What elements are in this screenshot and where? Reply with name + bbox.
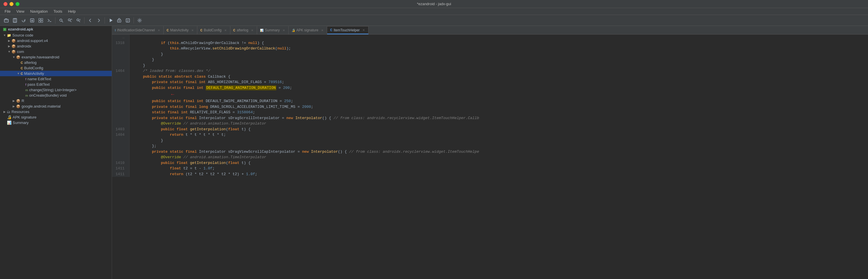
sidebar-item-android-support[interactable]: ▶ 📦 android.support.v4 [0,38,112,44]
tree-label: com [17,50,24,54]
sidebar-apk-header[interactable]: ▣ ezandroid.apk [0,26,112,32]
table-row: private static final long DRAG_SCROLL_AC… [112,104,868,110]
sidebar-item-resources[interactable]: ▶ 🗂 Resources [0,109,112,114]
line-code [129,34,868,40]
log-button[interactable] [124,17,132,24]
window-title: *ezandroid - jadx-gui [417,2,451,6]
sidebar-item-name-field[interactable]: ▶ f name EditText [0,76,112,82]
maximize-button[interactable] [16,2,20,6]
tab-close-apksig[interactable]: ✕ [320,28,324,32]
package-icon: 📦 [11,50,16,54]
run-button[interactable] [106,17,115,24]
deobf-button[interactable] [115,17,123,24]
tab-close-afterlog[interactable]: ✕ [250,28,254,32]
line-number [112,74,129,80]
decompile-button[interactable] [45,17,54,24]
menu-help[interactable]: Help [66,9,78,14]
open-button[interactable] [2,17,10,24]
line-code: float t2 = t - 1.0f; [129,166,868,171]
tab-label: MainActivity [170,28,188,32]
tab-itemtouchhelper[interactable]: C ItemTouchHelper ✕ [327,26,369,34]
table-row: 1411 float t2 = t - 1.0f; [112,166,868,171]
line-number: 1318 [112,40,129,46]
tab-inotification[interactable]: I INotificationSideChannel ✕ [112,26,164,34]
table-row: } [112,57,868,63]
sidebar-item-com[interactable]: ▼ 📦 com [0,49,112,54]
line-number: 1404 [112,132,129,138]
tab-close-summary[interactable]: ✕ [282,28,285,32]
tab-label: ItemTouchHelper [334,28,360,32]
sidebar-item-oncreate-method[interactable]: ▶ m onCreate(Bundle) void [0,93,112,98]
search-button[interactable] [57,17,65,24]
sidebar-item-mainactivity[interactable]: ▼ C MainActivity [0,71,112,76]
sidebar-item-androidx[interactable]: ▶ 📦 androidx [0,44,112,49]
menu-navigation[interactable]: Navigation [28,9,50,14]
minimize-button[interactable] [9,2,13,6]
tab-close-itemtouchhelper[interactable]: ✕ [362,28,365,32]
close-button[interactable] [3,2,7,6]
sidebar-item-pass-field[interactable]: ▶ f pass EditText [0,82,112,87]
menu-tools[interactable]: Tools [51,9,64,14]
settings-button[interactable] [135,17,144,24]
line-code: static final int RELATIVE_DIR_FLAGS = 31… [129,110,868,115]
line-number [112,155,129,160]
tab-afterlog[interactable]: C afterlog ✕ [230,26,257,34]
line-number [112,99,129,104]
svg-line-11 [62,21,63,22]
line-code: private static final Interpolator sDragV… [129,149,868,155]
line-number [112,85,129,99]
tab-summary[interactable]: 📊 Summary ✕ [257,26,288,34]
nav-back-button[interactable] [86,17,94,24]
line-number: 1403 [112,127,129,132]
toolbar-separator-4 [133,17,134,24]
line-number [112,52,129,57]
sidebar-item-example-have[interactable]: ▼ 📦 example.haveaandroid [0,54,112,60]
refresh-button[interactable] [20,17,28,24]
sidebar-item-R[interactable]: ▶ 📦 R [0,98,112,104]
tab-buildconfig[interactable]: C BuildConfig ✕ [197,26,230,34]
sidebar-item-change-method[interactable]: ▶ m change(String) List<Integer> [0,87,112,93]
tab-mainactivity[interactable]: C MainActivity ✕ [164,26,197,34]
line-number: 1411 [112,166,129,171]
sidebar-item-buildconfig[interactable]: ▶ C BuildConfig [0,65,112,71]
code-table: … 1318 if (this.mChildDrawingOrderCallba… [112,34,868,177]
tab-close-inotification[interactable]: ✕ [157,28,161,32]
tab-apksig[interactable]: 🔏 APK signature ✕ [289,26,328,34]
class-icon: C [21,61,23,64]
resources-icon: 🗂 [7,110,10,114]
sidebar-item-apk-sig[interactable]: ▶ 🔏 APK signature [0,114,112,120]
svg-point-12 [68,19,70,21]
package-icon: 📦 [11,44,16,48]
tree-label: afterlog [24,60,36,65]
menu-file[interactable]: File [2,9,13,14]
tab-close-buildconfig[interactable]: ✕ [224,28,227,32]
sidebar-item-afterlog[interactable]: ▶ C afterlog [0,60,112,65]
sidebar-item-summary[interactable]: ▶ 📊 Summary [0,120,112,125]
save-button[interactable] [11,17,19,24]
export-button[interactable] [28,17,36,24]
search-smart-button[interactable]: S [74,17,83,24]
expand-arrow: ▼ [2,34,7,37]
tree-label: R [22,99,24,103]
line-code: this.mRecyclerView.setChildDrawingOrderC… [129,46,868,52]
table-row: 1403 public float getInterpolation(float… [112,127,868,132]
line-code: } [129,138,868,143]
sidebar-item-source-code[interactable]: ▼ 📁 Source code [0,32,112,38]
expand-arrow: ▼ [16,72,21,75]
line-number: 1464 [112,68,129,74]
sidebar-item-google-material[interactable]: ▶ 📦 google.android.material [0,104,112,109]
line-number [112,57,129,63]
tree-label: Summary [13,120,29,125]
apk-label: ezandroid.apk [8,27,33,31]
svg-rect-2 [14,19,16,20]
code-content[interactable]: … 1318 if (this.mChildDrawingOrderCallba… [112,34,868,279]
nav-forward-button[interactable] [95,17,103,24]
export2-button[interactable] [37,17,45,24]
tab-icon: 📊 [260,29,264,32]
table-row: public static final int DEFAULT_SWIPE_AN… [112,99,868,104]
tab-close-mainactivity[interactable]: ✕ [191,28,194,32]
menu-view[interactable]: View [14,9,27,14]
tree-label: Resources [11,110,29,114]
search-regex-button[interactable]: R [66,17,74,24]
table-row: this.mRecyclerView.setChildDrawingOrderC… [112,46,868,52]
